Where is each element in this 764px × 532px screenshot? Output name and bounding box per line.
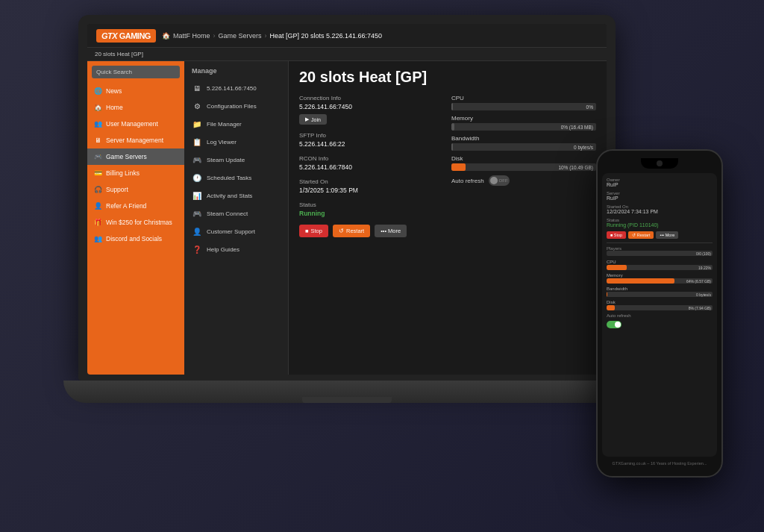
clock-icon: 🕐 (192, 172, 202, 183)
phone-stop-label: Stop (614, 233, 622, 237)
more-button[interactable]: ••• More (375, 225, 407, 237)
steam-connect-icon: 🎮 (192, 208, 202, 219)
phone-more-label: ••• More (660, 233, 674, 237)
phone-action-buttons: ■ Stop ↺ Restart ••• More (607, 231, 713, 239)
auto-refresh-state: OFF (499, 178, 508, 183)
manage-item-steam-update[interactable]: 🎮 Steam Update (184, 151, 288, 169)
join-button[interactable]: ▶ Join (299, 114, 327, 125)
phone-stop-button[interactable]: ■ Stop (607, 231, 626, 239)
sidebar-item-home[interactable]: 🏠 Home (87, 99, 184, 116)
phone-players-block: Players 0/0 (100) (607, 246, 713, 256)
breadcrumb-sep2: › (264, 32, 266, 40)
manage-item-scheduled[interactable]: 🕐 Scheduled Tasks (184, 169, 288, 187)
phone-disk-bar-fill (607, 305, 615, 310)
home-icon: 🏠 (162, 32, 170, 40)
manage-item-ip[interactable]: 🖥 5.226.141.66:7450 (184, 79, 288, 97)
phone-status-value: Running (PID 110140) (607, 222, 713, 228)
manage-item-files[interactable]: 📁 File Manager (184, 115, 288, 133)
manage-item-steam-connect[interactable]: 🎮 Steam Connect (184, 204, 288, 222)
sidebar-item-refer[interactable]: 👤 Refer A Friend (87, 198, 184, 214)
phone-divider (607, 242, 713, 243)
sidebar-label-news: News (106, 87, 122, 95)
phone-camera (657, 160, 663, 166)
toggle-knob (490, 177, 498, 184)
rcon-info-label: RCON Info (299, 155, 444, 162)
status-value: Running (299, 210, 444, 217)
action-buttons: ■ Stop ↺ Restart (299, 225, 444, 237)
phone-bandwidth-bar-bg: 0 bytes/s (607, 292, 713, 297)
manage-label-config: Configuration Files (207, 103, 257, 110)
detail-right: CPU 0% (451, 95, 596, 237)
phone-auto-refresh-block: Auto refresh (607, 313, 713, 328)
detail-left: Connection Info 5.226.141.66:7450 ▶ Join (299, 95, 444, 237)
phone-restart-button[interactable]: ↺ Restart (628, 231, 654, 239)
manage-item-help[interactable]: ❓ Help Guides (184, 240, 288, 258)
sidebar-item-game-servers[interactable]: 🎮 Game Servers (87, 148, 184, 165)
laptop-screen: GTX GAMING 🏠 MattF Home › Game Servers ›… (87, 24, 607, 375)
cpu-resource: CPU 0% (451, 95, 596, 110)
phone-cpu-bar-fill (607, 265, 627, 270)
globe-icon: 🌐 (93, 87, 102, 96)
sidebar-item-christmas[interactable]: 🎁 Win $250 for Christmas (87, 214, 184, 231)
cpu-bar-bg: 0% (451, 103, 596, 110)
phone-toggle-switch[interactable] (607, 321, 621, 328)
sidebar-label-home: Home (106, 104, 123, 111)
breadcrumb-home[interactable]: MattF Home (173, 32, 210, 40)
auto-refresh-toggle[interactable]: OFF (489, 175, 510, 186)
disk-label: Disk (451, 155, 596, 162)
manage-label-customer-support: Customer Support (207, 228, 255, 235)
disk-bar-bg: 10% (10.49 GB) (451, 163, 596, 171)
logo: GTX GAMING (96, 29, 156, 43)
manage-item-log[interactable]: 📋 Log Viewer (184, 133, 288, 151)
phone-memory-bar-fill (607, 278, 674, 284)
manage-title: Manage (184, 67, 288, 79)
phone-disk-bar-text: 8% (7.94 GB) (689, 306, 711, 310)
help-icon: ❓ (192, 244, 202, 254)
phone-started-block: Started On 12/2/2024 7:34:13 PM (607, 204, 713, 214)
manage-panel: Manage 🖥 5.226.141.66:7450 ⚙ Configurati… (184, 61, 289, 375)
sidebar-label-billing: Billing Links (106, 169, 140, 177)
content-title: 20 slots Heat [GP] (95, 51, 143, 57)
sidebar-item-server-management[interactable]: 🖥 Server Management (87, 132, 184, 148)
sidebar-item-news[interactable]: 🌐 News (87, 83, 184, 99)
started-on-label: Started On (299, 178, 444, 185)
phone-server-block: Server RuIP (607, 191, 713, 201)
auto-refresh: Auto refresh OFF (451, 175, 596, 186)
breadcrumb-section[interactable]: Game Servers (218, 32, 261, 40)
rcon-info-value: 5.226.141.66:7840 (299, 163, 444, 171)
phone-more-button[interactable]: ••• More (656, 231, 678, 239)
sidebar-item-support[interactable]: 🎧 Support (87, 181, 184, 198)
phone-bandwidth-bar-fill (607, 292, 607, 297)
manage-label-steam-update: Steam Update (207, 157, 245, 163)
breadcrumb-current: Heat [GP] 20 slots 5.226.141.66:7450 (269, 32, 382, 40)
sidebar-item-user-management[interactable]: 👥 User Management (87, 116, 184, 132)
restart-button[interactable]: ↺ Restart (333, 225, 370, 237)
bandwidth-label: Bandwidth (451, 135, 596, 142)
sidebar-item-discord[interactable]: 👥 Discord and Socials (87, 231, 184, 247)
phone-bandwidth-resource: Bandwidth 0 bytes/s (607, 287, 713, 297)
cpu-bar-text: 0% (586, 104, 593, 110)
stop-icon: ■ (305, 228, 309, 234)
phone-bandwidth-label: Bandwidth (607, 287, 713, 291)
manage-item-config[interactable]: ⚙ Configuration Files (184, 97, 288, 115)
memory-bar-text: 0% (16.43 MB) (561, 125, 593, 130)
phone-owner-value: RuIP (607, 182, 713, 187)
phone-auto-refresh-label: Auto refresh (607, 313, 713, 318)
bandwidth-bar-text: 0 bytes/s (574, 145, 593, 150)
manage-item-customer-support[interactable]: 👤 Customer Support (184, 222, 288, 240)
manage-item-activity[interactable]: 📊 Activity and Stats (184, 187, 288, 204)
sidebar-item-billing[interactable]: 💳 Billing Links (87, 165, 184, 181)
detail-grid: Connection Info 5.226.141.66:7450 ▶ Join (299, 95, 596, 237)
search-box[interactable]: Quick Search (92, 66, 180, 78)
config-icon: ⚙ (192, 101, 202, 111)
gamepad-icon: 🎮 (93, 152, 102, 161)
users-icon: 👥 (93, 119, 102, 128)
connection-info-label: Connection Info (299, 95, 444, 101)
stop-button[interactable]: ■ Stop (299, 225, 328, 237)
more-btn-label: ••• More (381, 228, 401, 234)
bandwidth-bar-fill (451, 143, 453, 151)
manage-label-activity: Activity and Stats (207, 193, 252, 199)
phone-cpu-label: CPU (607, 260, 713, 264)
phone-status-block: Status Running (PID 110140) (607, 218, 713, 228)
sftp-info-value: 5.226.141.66:22 (299, 140, 444, 148)
